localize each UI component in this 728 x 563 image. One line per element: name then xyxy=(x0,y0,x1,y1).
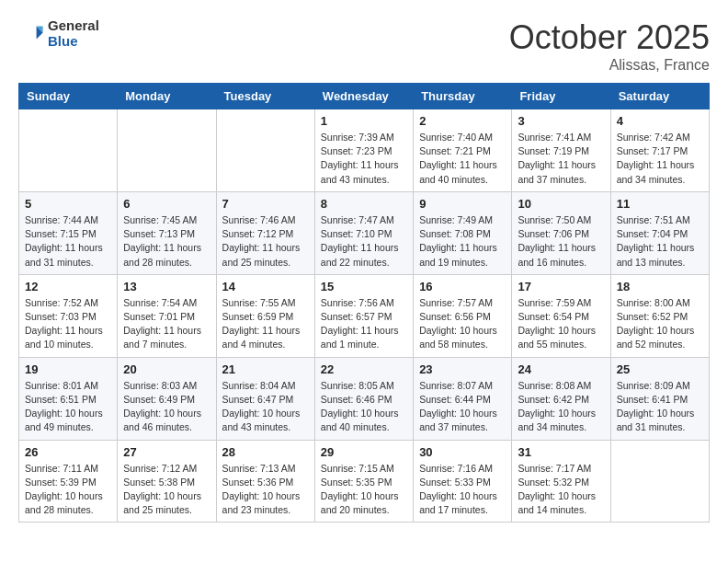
calendar-cell xyxy=(216,109,314,192)
calendar-cell: 16Sunrise: 7:57 AMSunset: 6:56 PMDayligh… xyxy=(414,274,512,357)
calendar-cell xyxy=(610,440,709,523)
day-info: Sunrise: 8:07 AMSunset: 6:44 PMDaylight:… xyxy=(419,379,506,435)
weekday-header-saturday: Saturday xyxy=(610,84,709,109)
day-number: 2 xyxy=(419,114,506,128)
day-info: Sunrise: 7:44 AMSunset: 7:15 PMDaylight:… xyxy=(25,213,111,270)
calendar-cell: 18Sunrise: 8:00 AMSunset: 6:52 PMDayligh… xyxy=(610,274,709,357)
calendar-cell: 24Sunrise: 8:08 AMSunset: 6:42 PMDayligh… xyxy=(512,357,610,440)
calendar-cell: 10Sunrise: 7:50 AMSunset: 7:06 PMDayligh… xyxy=(512,191,610,274)
day-info: Sunrise: 7:46 AMSunset: 7:12 PMDaylight:… xyxy=(222,213,309,270)
calendar-cell: 19Sunrise: 8:01 AMSunset: 6:51 PMDayligh… xyxy=(19,357,118,440)
day-number: 19 xyxy=(25,362,111,376)
weekday-header-tuesday: Tuesday xyxy=(216,84,314,109)
calendar-cell: 27Sunrise: 7:12 AMSunset: 5:38 PMDayligh… xyxy=(118,440,216,523)
day-info: Sunrise: 7:59 AMSunset: 6:54 PMDaylight:… xyxy=(518,296,604,352)
calendar-table: SundayMondayTuesdayWednesdayThursdayFrid… xyxy=(18,83,710,523)
day-info: Sunrise: 7:57 AMSunset: 6:56 PMDaylight:… xyxy=(419,296,506,352)
page-header: General Blue October 2025 Alissas, Franc… xyxy=(18,18,710,74)
day-number: 25 xyxy=(617,362,703,376)
day-info: Sunrise: 7:41 AMSunset: 7:19 PMDaylight:… xyxy=(518,131,604,187)
day-info: Sunrise: 7:39 AMSunset: 7:23 PMDaylight:… xyxy=(321,131,407,187)
calendar-cell: 6Sunrise: 7:45 AMSunset: 7:13 PMDaylight… xyxy=(118,191,216,274)
day-number: 4 xyxy=(617,114,703,128)
day-info: Sunrise: 7:54 AMSunset: 7:01 PMDaylight:… xyxy=(123,296,210,352)
day-info: Sunrise: 7:16 AMSunset: 5:33 PMDaylight:… xyxy=(419,462,506,518)
day-number: 1 xyxy=(321,114,407,128)
day-info: Sunrise: 7:51 AMSunset: 7:04 PMDaylight:… xyxy=(617,213,703,270)
day-number: 20 xyxy=(123,362,210,376)
day-info: Sunrise: 8:01 AMSunset: 6:51 PMDaylight:… xyxy=(25,379,111,435)
day-info: Sunrise: 8:03 AMSunset: 6:49 PMDaylight:… xyxy=(123,379,210,435)
day-number: 12 xyxy=(25,280,111,293)
calendar-cell: 23Sunrise: 8:07 AMSunset: 6:44 PMDayligh… xyxy=(414,357,512,440)
calendar-cell: 7Sunrise: 7:46 AMSunset: 7:12 PMDaylight… xyxy=(216,191,314,274)
day-info: Sunrise: 8:08 AMSunset: 6:42 PMDaylight:… xyxy=(518,379,604,435)
day-number: 31 xyxy=(518,445,604,459)
day-number: 29 xyxy=(321,445,407,459)
calendar-cell: 22Sunrise: 8:05 AMSunset: 6:46 PMDayligh… xyxy=(314,357,413,440)
calendar-cell: 3Sunrise: 7:41 AMSunset: 7:19 PMDaylight… xyxy=(512,109,610,192)
day-info: Sunrise: 7:13 AMSunset: 5:36 PMDaylight:… xyxy=(222,462,309,518)
day-number: 7 xyxy=(222,197,309,211)
day-number: 13 xyxy=(123,280,210,293)
day-number: 9 xyxy=(419,197,506,211)
day-info: Sunrise: 7:11 AMSunset: 5:39 PMDaylight:… xyxy=(25,462,111,518)
day-info: Sunrise: 7:42 AMSunset: 7:17 PMDaylight:… xyxy=(617,131,703,187)
month-title: October 2025 xyxy=(509,18,710,57)
calendar-cell: 29Sunrise: 7:15 AMSunset: 5:35 PMDayligh… xyxy=(314,440,413,523)
day-number: 10 xyxy=(518,197,604,211)
day-number: 6 xyxy=(123,197,210,211)
day-number: 16 xyxy=(419,280,506,293)
day-info: Sunrise: 8:09 AMSunset: 6:41 PMDaylight:… xyxy=(617,379,703,435)
day-info: Sunrise: 7:50 AMSunset: 7:06 PMDaylight:… xyxy=(518,213,604,270)
day-number: 23 xyxy=(419,362,506,376)
calendar-cell: 17Sunrise: 7:59 AMSunset: 6:54 PMDayligh… xyxy=(512,274,610,357)
week-row-3: 12Sunrise: 7:52 AMSunset: 7:03 PMDayligh… xyxy=(19,274,710,357)
day-number: 14 xyxy=(222,280,309,293)
location: Alissas, France xyxy=(509,57,710,74)
day-number: 30 xyxy=(419,445,506,459)
calendar-cell: 28Sunrise: 7:13 AMSunset: 5:36 PMDayligh… xyxy=(216,440,314,523)
logo: General Blue xyxy=(18,18,99,49)
weekday-header-monday: Monday xyxy=(118,84,216,109)
weekday-header-sunday: Sunday xyxy=(19,84,118,109)
logo-text-general: General xyxy=(48,18,99,34)
calendar-cell: 26Sunrise: 7:11 AMSunset: 5:39 PMDayligh… xyxy=(19,440,118,523)
weekday-header-wednesday: Wednesday xyxy=(314,84,413,109)
calendar-cell xyxy=(118,109,216,192)
day-number: 5 xyxy=(25,197,111,211)
calendar-cell: 30Sunrise: 7:16 AMSunset: 5:33 PMDayligh… xyxy=(414,440,512,523)
week-row-2: 5Sunrise: 7:44 AMSunset: 7:15 PMDaylight… xyxy=(19,191,710,274)
calendar-cell: 9Sunrise: 7:49 AMSunset: 7:08 PMDaylight… xyxy=(414,191,512,274)
day-info: Sunrise: 7:17 AMSunset: 5:32 PMDaylight:… xyxy=(518,462,604,518)
day-info: Sunrise: 8:04 AMSunset: 6:47 PMDaylight:… xyxy=(222,379,309,435)
calendar-cell: 25Sunrise: 8:09 AMSunset: 6:41 PMDayligh… xyxy=(610,357,709,440)
logo-icon xyxy=(18,21,44,47)
day-number: 27 xyxy=(123,445,210,459)
day-number: 28 xyxy=(222,445,309,459)
day-info: Sunrise: 8:05 AMSunset: 6:46 PMDaylight:… xyxy=(321,379,407,435)
calendar-cell: 13Sunrise: 7:54 AMSunset: 7:01 PMDayligh… xyxy=(118,274,216,357)
day-number: 22 xyxy=(321,362,407,376)
day-info: Sunrise: 7:15 AMSunset: 5:35 PMDaylight:… xyxy=(321,462,407,518)
day-info: Sunrise: 8:00 AMSunset: 6:52 PMDaylight:… xyxy=(617,296,703,352)
weekday-header-thursday: Thursday xyxy=(414,84,512,109)
day-number: 24 xyxy=(518,362,604,376)
calendar-cell xyxy=(19,109,118,192)
day-number: 17 xyxy=(518,280,604,293)
calendar-cell: 5Sunrise: 7:44 AMSunset: 7:15 PMDaylight… xyxy=(19,191,118,274)
week-row-5: 26Sunrise: 7:11 AMSunset: 5:39 PMDayligh… xyxy=(19,440,710,523)
day-info: Sunrise: 7:45 AMSunset: 7:13 PMDaylight:… xyxy=(123,213,210,270)
day-info: Sunrise: 7:56 AMSunset: 6:57 PMDaylight:… xyxy=(321,296,407,352)
day-number: 8 xyxy=(321,197,407,211)
day-number: 21 xyxy=(222,362,309,376)
calendar-cell: 20Sunrise: 8:03 AMSunset: 6:49 PMDayligh… xyxy=(118,357,216,440)
calendar-cell: 12Sunrise: 7:52 AMSunset: 7:03 PMDayligh… xyxy=(19,274,118,357)
calendar-cell: 4Sunrise: 7:42 AMSunset: 7:17 PMDaylight… xyxy=(610,109,709,192)
day-info: Sunrise: 7:55 AMSunset: 6:59 PMDaylight:… xyxy=(222,296,309,352)
day-info: Sunrise: 7:47 AMSunset: 7:10 PMDaylight:… xyxy=(321,213,407,270)
day-number: 26 xyxy=(25,445,111,459)
calendar-cell: 1Sunrise: 7:39 AMSunset: 7:23 PMDaylight… xyxy=(314,109,413,192)
calendar-cell: 31Sunrise: 7:17 AMSunset: 5:32 PMDayligh… xyxy=(512,440,610,523)
week-row-4: 19Sunrise: 8:01 AMSunset: 6:51 PMDayligh… xyxy=(19,357,710,440)
